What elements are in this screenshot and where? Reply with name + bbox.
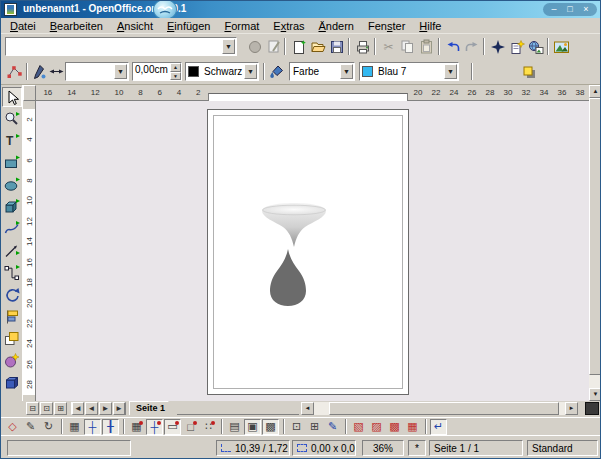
text-tool[interactable]: T xyxy=(2,131,22,151)
menu-item[interactable]: Extras xyxy=(266,19,311,33)
arrange-tool[interactable] xyxy=(2,329,22,349)
undo-icon[interactable] xyxy=(443,37,462,56)
horizontal-ruler[interactable]: 161412108642 24681012141618 202224262830… xyxy=(36,85,589,101)
menu-item[interactable]: Ansicht xyxy=(110,19,160,33)
vertical-scroll-thumb[interactable] xyxy=(589,98,601,375)
menu-item[interactable]: Bearbeiten xyxy=(43,19,110,33)
edit-points-option[interactable]: ◇ xyxy=(4,419,21,435)
horizontal-scrollbar[interactable]: ◄ ► xyxy=(301,402,578,415)
select-tool[interactable] xyxy=(2,87,22,107)
navigator-icon[interactable] xyxy=(488,37,507,56)
contour-mode-option[interactable]: ✎ xyxy=(324,419,341,435)
lines-arrows-tool[interactable] xyxy=(2,241,22,261)
drawing-view-button[interactable]: ⊟ xyxy=(26,402,39,415)
hourglass-drawing[interactable] xyxy=(36,101,589,401)
contour-only-option[interactable]: ▨ xyxy=(368,419,385,435)
scroll-left-icon[interactable]: ◄ xyxy=(301,402,314,415)
effects-tool[interactable] xyxy=(2,351,22,371)
line-contour-option[interactable]: ▦ xyxy=(404,419,421,435)
rotate-tool[interactable] xyxy=(2,285,22,305)
spin-down-icon[interactable]: ▼ xyxy=(170,72,181,81)
snap-to-guides-option[interactable]: ▦ xyxy=(128,419,145,435)
connector-tool[interactable] xyxy=(2,263,22,283)
scroll-up-icon[interactable]: ▲ xyxy=(589,85,601,98)
chevron-down-icon[interactable]: ▼ xyxy=(244,64,257,79)
area-fill-icon[interactable] xyxy=(267,62,286,81)
snap-to-margins-option[interactable]: ▭ xyxy=(164,419,181,435)
curve-tool[interactable] xyxy=(2,219,22,239)
snap-settings-option[interactable]: ↻ xyxy=(40,419,57,435)
exit-all-groups-option[interactable]: ↵ xyxy=(430,419,447,435)
next-page-button[interactable]: ► xyxy=(99,402,112,415)
maximize-button[interactable]: □ xyxy=(563,4,577,15)
status-position-field[interactable]: 10,39 / 1,72 xyxy=(216,440,290,456)
vertical-ruler[interactable]: 246810121416182022242628 xyxy=(23,101,36,401)
gallery-icon[interactable] xyxy=(526,37,545,56)
chevron-down-icon[interactable]: ▼ xyxy=(444,64,457,79)
zoom-tool[interactable] xyxy=(2,109,22,129)
shadow-icon[interactable] xyxy=(519,62,538,81)
print-icon[interactable] xyxy=(353,37,372,56)
chevron-down-icon[interactable]: ▼ xyxy=(340,64,353,79)
menu-item[interactable]: Hilfe xyxy=(412,19,448,33)
scroll-down-icon[interactable]: ▼ xyxy=(589,388,601,401)
previous-page-button[interactable]: ◄ xyxy=(85,402,98,415)
new-document-icon[interactable] xyxy=(289,37,308,56)
ellipse-tool[interactable] xyxy=(2,175,22,195)
large-handles-option[interactable]: ⊞ xyxy=(306,419,323,435)
snap-to-object-points-option[interactable]: ∷ xyxy=(200,419,217,435)
menu-item[interactable]: Fenster xyxy=(361,19,412,33)
edit-points-icon[interactable] xyxy=(5,62,24,81)
menu-item[interactable]: Ändern xyxy=(312,19,361,33)
spin-up-icon[interactable]: ▲ xyxy=(170,63,181,72)
load-url-combo[interactable]: ▼ xyxy=(5,37,237,56)
snap-to-grid-option[interactable]: ┼ xyxy=(146,419,163,435)
open-icon[interactable] xyxy=(308,37,327,56)
status-style-field[interactable]: Standard xyxy=(527,440,598,456)
drawing-canvas[interactable] xyxy=(36,101,589,401)
line-width-spinner[interactable]: 0,00cm ▲▼ xyxy=(132,62,182,81)
insert-graphics-icon[interactable] xyxy=(552,37,571,56)
chevron-down-icon[interactable]: ▼ xyxy=(114,64,127,79)
stylist-icon[interactable] xyxy=(507,37,526,56)
fill-type-combo[interactable]: Farbe ▼ xyxy=(289,62,355,81)
vertical-scrollbar[interactable]: ▲ ▼ xyxy=(589,85,601,401)
objects-3d-tool[interactable] xyxy=(2,197,22,217)
use-snap-grid-option[interactable]: ┼ xyxy=(84,419,101,435)
menu-item[interactable]: Datei xyxy=(3,19,43,33)
menu-item[interactable]: Format xyxy=(217,19,266,33)
last-page-button[interactable]: ► xyxy=(113,402,126,415)
show-guides-option[interactable]: ╂ xyxy=(102,419,119,435)
fill-color-combo[interactable]: Blau 7 ▼ xyxy=(359,62,459,81)
alignment-tool[interactable] xyxy=(2,307,22,327)
dblclick-edit-text-option[interactable]: ▩ xyxy=(262,419,279,435)
status-page-field[interactable]: Seite 1 / 1 xyxy=(429,440,523,456)
chevron-down-icon[interactable]: ▼ xyxy=(222,39,235,54)
snap-to-object-border-option[interactable]: □ xyxy=(182,419,199,435)
resize-grip[interactable] xyxy=(585,402,599,415)
menu-item[interactable]: Einfügen xyxy=(160,19,217,33)
scroll-right-icon[interactable]: ► xyxy=(565,402,578,415)
minimize-button[interactable]: – xyxy=(547,4,561,15)
quick-edit-option[interactable]: ▤ xyxy=(226,419,243,435)
horizontal-scroll-thumb[interactable] xyxy=(329,402,559,415)
close-button[interactable]: × xyxy=(579,4,593,15)
picture-placeholder-option[interactable]: ▧ xyxy=(350,419,367,435)
simple-handles-option[interactable]: ⊡ xyxy=(288,419,305,435)
text-placeholder-option[interactable]: ▩ xyxy=(386,419,403,435)
save-icon[interactable] xyxy=(327,37,346,56)
line-style-combo[interactable]: ▼ xyxy=(65,62,129,81)
page-tab[interactable]: Seite 1 xyxy=(129,401,177,415)
arrow-ends-icon[interactable] xyxy=(47,62,66,81)
first-page-button[interactable]: ◄ xyxy=(71,402,84,415)
status-size-field[interactable]: 0,00 x 0,00 xyxy=(292,440,356,456)
select-text-area-option[interactable]: ▣ xyxy=(244,419,261,435)
show-grid-option[interactable]: ▦ xyxy=(66,419,83,435)
rectangle-tool[interactable] xyxy=(2,153,22,173)
background-view-button[interactable]: ⊡ xyxy=(40,402,53,415)
status-zoom-field[interactable]: 36% xyxy=(362,440,404,456)
interaction-tool[interactable] xyxy=(2,373,22,393)
line-color-combo[interactable]: Schwarz ▼ xyxy=(185,62,259,81)
rotation-mode-option[interactable]: ✎ xyxy=(22,419,39,435)
layer-view-button[interactable]: ⊞ xyxy=(54,402,67,415)
